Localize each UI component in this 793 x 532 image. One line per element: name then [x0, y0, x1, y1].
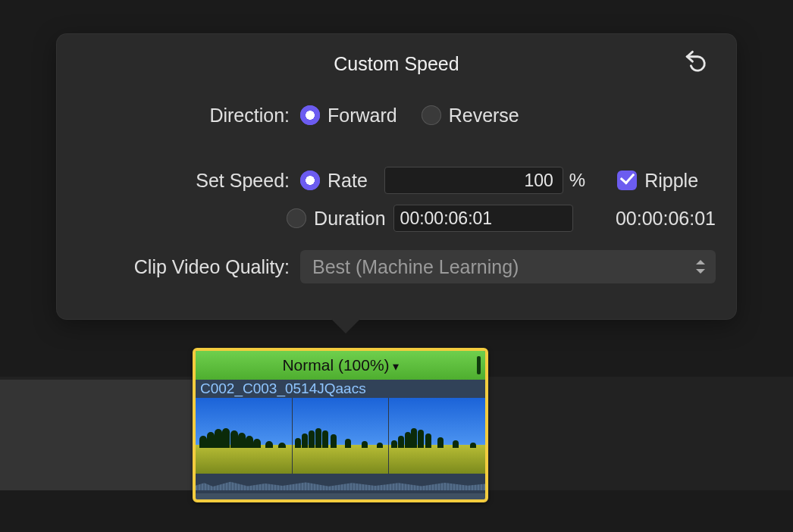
direction-reverse-label: Reverse [449, 105, 519, 127]
rate-input[interactable]: 100 [384, 167, 563, 194]
duration-input[interactable]: 00:00:06:01 [393, 205, 573, 232]
timeline-clip[interactable]: Normal (100%) ▾ C002_C003_0514JQaacs [193, 348, 488, 502]
popover-header: Custom Speed [77, 50, 716, 77]
direction-forward-label: Forward [328, 105, 397, 127]
set-speed-label: Set Speed: [77, 170, 300, 192]
set-speed-rate-label: Rate [328, 170, 368, 192]
set-speed-duration-label: Duration [314, 208, 386, 230]
ripple-checkbox[interactable] [617, 171, 637, 190]
clip-audio-waveform [196, 474, 485, 493]
set-speed-duration-radio[interactable] [287, 208, 306, 228]
clip-quality-select[interactable]: Best (Machine Learning) [300, 250, 716, 283]
clip-thumbnails [196, 398, 485, 474]
clip-speed-handle[interactable] [477, 356, 481, 374]
chevron-down-icon: ▾ [393, 359, 399, 374]
percent-label: % [569, 170, 585, 191]
direction-forward-radio[interactable] [300, 105, 320, 125]
reset-icon[interactable] [682, 47, 708, 73]
set-speed-duration-row: Duration 00:00:06:01 00:00:06:01 [77, 203, 716, 233]
clip-quality-value: Best (Machine Learning) [312, 256, 519, 278]
clip-thumbnail [196, 398, 292, 474]
timeline-track [0, 380, 193, 490]
clip-quality-row: Clip Video Quality: Best (Machine Learni… [77, 252, 716, 282]
clip-speed-bar[interactable]: Normal (100%) ▾ [196, 351, 485, 380]
popover-title: Custom Speed [334, 53, 459, 75]
set-speed-rate-row: Set Speed: Rate 100 % Ripple [77, 165, 716, 196]
set-speed-rate-radio[interactable] [300, 171, 320, 190]
direction-label: Direction: [77, 105, 300, 127]
ripple-label: Ripple [644, 170, 698, 192]
direction-reverse-radio[interactable] [422, 105, 441, 125]
clip-thumbnail [388, 398, 485, 474]
clip-thumbnail [292, 398, 389, 474]
clip-quality-label: Clip Video Quality: [77, 256, 300, 278]
custom-speed-popover: Custom Speed Direction: Forward Reverse … [56, 33, 737, 320]
clip-name: C002_C003_0514JQaacs [196, 380, 485, 398]
clip-speed-label: Normal (100%) [282, 356, 389, 374]
direction-row: Direction: Forward Reverse [77, 100, 716, 130]
duration-static: 00:00:06:01 [616, 208, 716, 230]
